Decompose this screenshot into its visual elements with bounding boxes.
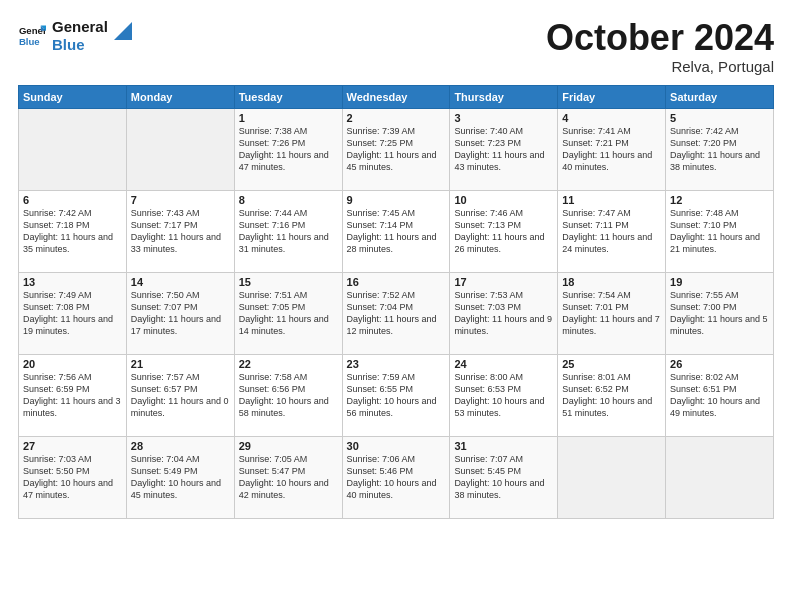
weekday-header-saturday: Saturday (666, 85, 774, 108)
logo-icon: General Blue (18, 22, 46, 50)
day-number: 28 (131, 440, 230, 452)
day-info: Sunrise: 7:47 AMSunset: 7:11 PMDaylight:… (562, 207, 661, 256)
day-number: 23 (347, 358, 446, 370)
day-cell: 17Sunrise: 7:53 AMSunset: 7:03 PMDayligh… (450, 272, 558, 354)
day-cell: 8Sunrise: 7:44 AMSunset: 7:16 PMDaylight… (234, 190, 342, 272)
day-info: Sunrise: 7:56 AMSunset: 6:59 PMDaylight:… (23, 371, 122, 420)
day-info: Sunrise: 7:43 AMSunset: 7:17 PMDaylight:… (131, 207, 230, 256)
day-info: Sunrise: 7:03 AMSunset: 5:50 PMDaylight:… (23, 453, 122, 502)
day-info: Sunrise: 7:58 AMSunset: 6:56 PMDaylight:… (239, 371, 338, 420)
day-cell: 9Sunrise: 7:45 AMSunset: 7:14 PMDaylight… (342, 190, 450, 272)
day-cell (666, 436, 774, 518)
day-cell: 14Sunrise: 7:50 AMSunset: 7:07 PMDayligh… (126, 272, 234, 354)
day-info: Sunrise: 7:57 AMSunset: 6:57 PMDaylight:… (131, 371, 230, 420)
day-number: 14 (131, 276, 230, 288)
day-cell: 1Sunrise: 7:38 AMSunset: 7:26 PMDaylight… (234, 108, 342, 190)
location: Relva, Portugal (546, 58, 774, 75)
svg-text:Blue: Blue (19, 36, 40, 47)
day-info: Sunrise: 7:51 AMSunset: 7:05 PMDaylight:… (239, 289, 338, 338)
day-cell: 3Sunrise: 7:40 AMSunset: 7:23 PMDaylight… (450, 108, 558, 190)
day-number: 27 (23, 440, 122, 452)
day-number: 29 (239, 440, 338, 452)
header-row: SundayMondayTuesdayWednesdayThursdayFrid… (19, 85, 774, 108)
day-number: 19 (670, 276, 769, 288)
day-info: Sunrise: 8:02 AMSunset: 6:51 PMDaylight:… (670, 371, 769, 420)
day-cell: 21Sunrise: 7:57 AMSunset: 6:57 PMDayligh… (126, 354, 234, 436)
day-info: Sunrise: 8:00 AMSunset: 6:53 PMDaylight:… (454, 371, 553, 420)
day-info: Sunrise: 7:07 AMSunset: 5:45 PMDaylight:… (454, 453, 553, 502)
calendar-page: General Blue General Blue October 2024 R… (0, 0, 792, 612)
day-cell: 28Sunrise: 7:04 AMSunset: 5:49 PMDayligh… (126, 436, 234, 518)
day-info: Sunrise: 7:59 AMSunset: 6:55 PMDaylight:… (347, 371, 446, 420)
day-info: Sunrise: 7:46 AMSunset: 7:13 PMDaylight:… (454, 207, 553, 256)
day-info: Sunrise: 7:04 AMSunset: 5:49 PMDaylight:… (131, 453, 230, 502)
day-info: Sunrise: 7:45 AMSunset: 7:14 PMDaylight:… (347, 207, 446, 256)
day-info: Sunrise: 7:38 AMSunset: 7:26 PMDaylight:… (239, 125, 338, 174)
day-cell: 30Sunrise: 7:06 AMSunset: 5:46 PMDayligh… (342, 436, 450, 518)
day-number: 22 (239, 358, 338, 370)
day-cell (558, 436, 666, 518)
day-number: 24 (454, 358, 553, 370)
weekday-header-tuesday: Tuesday (234, 85, 342, 108)
logo-triangle-icon (114, 22, 132, 40)
header: General Blue General Blue October 2024 R… (18, 18, 774, 75)
weekday-header-friday: Friday (558, 85, 666, 108)
svg-marker-4 (114, 22, 132, 40)
month-title: October 2024 (546, 18, 774, 58)
day-cell (19, 108, 127, 190)
day-number: 18 (562, 276, 661, 288)
day-cell: 13Sunrise: 7:49 AMSunset: 7:08 PMDayligh… (19, 272, 127, 354)
day-number: 13 (23, 276, 122, 288)
day-cell: 15Sunrise: 7:51 AMSunset: 7:05 PMDayligh… (234, 272, 342, 354)
day-number: 7 (131, 194, 230, 206)
day-info: Sunrise: 7:54 AMSunset: 7:01 PMDaylight:… (562, 289, 661, 338)
day-number: 17 (454, 276, 553, 288)
day-cell: 25Sunrise: 8:01 AMSunset: 6:52 PMDayligh… (558, 354, 666, 436)
day-number: 15 (239, 276, 338, 288)
day-number: 16 (347, 276, 446, 288)
day-info: Sunrise: 7:39 AMSunset: 7:25 PMDaylight:… (347, 125, 446, 174)
day-number: 11 (562, 194, 661, 206)
day-number: 30 (347, 440, 446, 452)
day-cell: 7Sunrise: 7:43 AMSunset: 7:17 PMDaylight… (126, 190, 234, 272)
day-cell: 20Sunrise: 7:56 AMSunset: 6:59 PMDayligh… (19, 354, 127, 436)
day-number: 3 (454, 112, 553, 124)
weekday-header-thursday: Thursday (450, 85, 558, 108)
day-cell: 22Sunrise: 7:58 AMSunset: 6:56 PMDayligh… (234, 354, 342, 436)
day-number: 8 (239, 194, 338, 206)
day-info: Sunrise: 7:50 AMSunset: 7:07 PMDaylight:… (131, 289, 230, 338)
day-info: Sunrise: 7:52 AMSunset: 7:04 PMDaylight:… (347, 289, 446, 338)
day-cell: 2Sunrise: 7:39 AMSunset: 7:25 PMDaylight… (342, 108, 450, 190)
day-number: 31 (454, 440, 553, 452)
weekday-header-monday: Monday (126, 85, 234, 108)
day-number: 12 (670, 194, 769, 206)
day-info: Sunrise: 7:48 AMSunset: 7:10 PMDaylight:… (670, 207, 769, 256)
day-info: Sunrise: 7:42 AMSunset: 7:20 PMDaylight:… (670, 125, 769, 174)
day-cell: 5Sunrise: 7:42 AMSunset: 7:20 PMDaylight… (666, 108, 774, 190)
day-number: 25 (562, 358, 661, 370)
day-cell (126, 108, 234, 190)
calendar-table: SundayMondayTuesdayWednesdayThursdayFrid… (18, 85, 774, 519)
day-info: Sunrise: 7:40 AMSunset: 7:23 PMDaylight:… (454, 125, 553, 174)
day-cell: 12Sunrise: 7:48 AMSunset: 7:10 PMDayligh… (666, 190, 774, 272)
logo: General Blue General Blue (18, 18, 132, 54)
day-cell: 11Sunrise: 7:47 AMSunset: 7:11 PMDayligh… (558, 190, 666, 272)
day-info: Sunrise: 7:49 AMSunset: 7:08 PMDaylight:… (23, 289, 122, 338)
day-info: Sunrise: 7:06 AMSunset: 5:46 PMDaylight:… (347, 453, 446, 502)
day-cell: 26Sunrise: 8:02 AMSunset: 6:51 PMDayligh… (666, 354, 774, 436)
day-cell: 19Sunrise: 7:55 AMSunset: 7:00 PMDayligh… (666, 272, 774, 354)
day-cell: 24Sunrise: 8:00 AMSunset: 6:53 PMDayligh… (450, 354, 558, 436)
day-info: Sunrise: 7:42 AMSunset: 7:18 PMDaylight:… (23, 207, 122, 256)
day-cell: 23Sunrise: 7:59 AMSunset: 6:55 PMDayligh… (342, 354, 450, 436)
day-number: 9 (347, 194, 446, 206)
day-number: 10 (454, 194, 553, 206)
day-number: 26 (670, 358, 769, 370)
day-number: 6 (23, 194, 122, 206)
day-number: 4 (562, 112, 661, 124)
day-number: 21 (131, 358, 230, 370)
week-row-2: 6Sunrise: 7:42 AMSunset: 7:18 PMDaylight… (19, 190, 774, 272)
day-cell: 27Sunrise: 7:03 AMSunset: 5:50 PMDayligh… (19, 436, 127, 518)
day-number: 20 (23, 358, 122, 370)
day-number: 5 (670, 112, 769, 124)
week-row-4: 20Sunrise: 7:56 AMSunset: 6:59 PMDayligh… (19, 354, 774, 436)
